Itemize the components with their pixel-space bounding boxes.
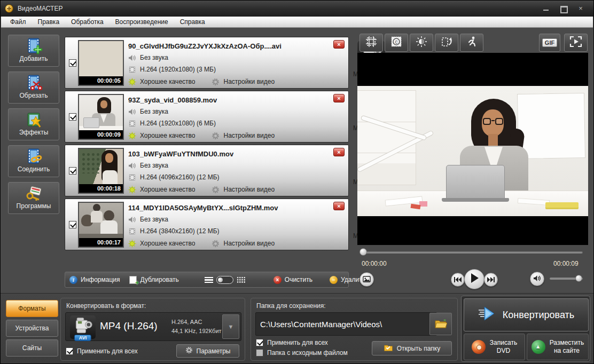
minimize-button[interactable] <box>542 5 551 12</box>
seek-handle[interactable] <box>359 248 367 256</box>
play-icon <box>470 273 479 285</box>
menu-edit[interactable]: Правка <box>32 17 66 27</box>
save-path-input[interactable]: C:\Users\ContentManager\Videos\ <box>255 312 437 336</box>
gif-export-button[interactable]: GIF <box>539 34 560 52</box>
film-icon <box>128 227 136 235</box>
total-time: 00:00:09 <box>553 260 579 267</box>
codec-line2: 44,1 KHz, 192Кбит <box>171 328 222 334</box>
close-button[interactable]: × <box>576 4 585 12</box>
video-settings-link[interactable]: Настройки видео <box>223 78 275 85</box>
next-button[interactable] <box>484 273 498 287</box>
browse-folder-button[interactable] <box>429 313 452 335</box>
crop-button[interactable] <box>359 34 383 52</box>
apply-all-folder-checkbox[interactable]: Применить для всех <box>256 339 328 346</box>
menu-processing[interactable]: Обработка <box>65 17 110 27</box>
file-checkbox[interactable] <box>69 59 76 67</box>
remove-file-button[interactable]: × <box>333 40 345 49</box>
remove-file-button[interactable]: × <box>333 202 345 210</box>
clear-button[interactable]: ×Очистить <box>273 276 312 284</box>
trim-video-label: Обрезать <box>20 92 48 99</box>
file-item[interactable]: 00:00:09 93Z_syda_vid_008859.mov Без зву… <box>65 91 349 143</box>
checkbox-icon <box>66 347 73 355</box>
file-item[interactable]: 00:00:18 103_bWFyaWFuYTNfMDU0.mov Без зв… <box>65 145 349 196</box>
film-plus-icon <box>9 37 59 55</box>
save-panel-label: Папка для сохранения: <box>256 302 326 310</box>
trim-video-button[interactable]: Обрезать <box>8 72 59 104</box>
video-settings-link[interactable]: Настройки видео <box>223 132 275 139</box>
delete-icon: – <box>330 276 338 284</box>
tab-sites[interactable]: Сайты <box>6 339 58 357</box>
play-button[interactable] <box>464 269 484 289</box>
watermark-button[interactable]: c <box>385 34 408 52</box>
file-item[interactable]: 00:00:17 114_MDY1IDA5OSAyMyBtYX...sIGtpZ… <box>65 199 349 250</box>
app-window: ВидеоМАСТЕР × Файл Правка Обработка Восп… <box>0 0 594 364</box>
format-select[interactable]: AVI MP4 (H.264) H.264, AAC44,1 KHz, 192К… <box>65 312 241 341</box>
camcorder-icon: AVI <box>70 315 96 339</box>
list-view-icon <box>205 277 213 283</box>
app-logo-icon <box>5 4 13 13</box>
snapshot-button[interactable] <box>359 272 374 287</box>
video-preview[interactable] <box>357 53 588 245</box>
audio-status: Без звука <box>140 108 168 115</box>
rotate-icon <box>441 36 452 50</box>
video-thumbnail: 00:00:18 <box>78 148 124 194</box>
volume-handle[interactable] <box>575 275 582 282</box>
apply-all-format-checkbox[interactable]: Применить для всех <box>66 347 138 355</box>
effects-button[interactable]: Эффекты <box>8 108 59 140</box>
upload-site-button[interactable]: Разместитьна сайте <box>527 334 589 360</box>
convert-arrow-icon <box>478 306 496 325</box>
tab-formats[interactable]: Форматы <box>6 300 58 317</box>
quality-label[interactable]: Хорошее качество <box>140 132 195 139</box>
quality-label[interactable]: Хорошее качество <box>140 240 195 247</box>
file-checkbox[interactable] <box>69 113 76 121</box>
open-folder-button[interactable]: Открыть папку <box>372 341 452 355</box>
view-toggle[interactable] <box>216 276 233 284</box>
burn-dvd-button[interactable]: ЗаписатьDVD <box>464 334 525 360</box>
add-video-button[interactable]: Добавить <box>8 35 59 67</box>
remove-file-button[interactable]: × <box>333 94 345 102</box>
menu-bar: Файл Правка Обработка Воспроизведение Сп… <box>1 17 593 28</box>
prev-button[interactable] <box>451 273 465 287</box>
quality-label[interactable]: Хорошее качество <box>140 186 195 193</box>
convert-button[interactable]: Конвертировать <box>464 298 589 331</box>
speed-button[interactable] <box>460 34 483 52</box>
app-title: ВидеоМАСТЕР <box>18 5 62 12</box>
info-button[interactable]: iИнформация <box>69 276 120 284</box>
video-settings-link[interactable]: Настройки видео <box>223 186 275 193</box>
view-switcher[interactable] <box>205 276 246 284</box>
menu-file[interactable]: Файл <box>4 17 32 27</box>
menu-help[interactable]: Справка <box>174 17 211 27</box>
remove-file-button[interactable]: × <box>333 148 345 156</box>
info-icon: i <box>69 276 77 284</box>
video-thumbnail: 00:00:17 <box>78 202 124 248</box>
film-scissors-icon <box>9 74 59 92</box>
file-checkbox[interactable] <box>69 221 76 228</box>
brightness-button[interactable] <box>410 34 433 52</box>
fullscreen-play-button[interactable] <box>564 34 588 52</box>
video-settings-link[interactable]: Настройки видео <box>223 240 275 247</box>
codec-line1: H.264, AAC <box>171 319 202 325</box>
programs-button[interactable]: Программы <box>8 182 59 214</box>
rotate-button[interactable] <box>435 34 458 52</box>
duplicate-button[interactable]: Дублировать <box>129 276 178 284</box>
folder-check-icon <box>384 344 393 353</box>
format-dropdown-button[interactable]: ▼ <box>222 314 239 339</box>
maximize-button[interactable] <box>559 5 568 12</box>
seek-bar[interactable] <box>359 251 583 254</box>
film-icon <box>128 173 136 181</box>
duplicate-icon <box>129 276 137 284</box>
quality-label[interactable]: Хорошее качество <box>140 78 195 85</box>
film-icon <box>128 120 136 127</box>
menu-playback[interactable]: Воспроизведение <box>110 17 174 27</box>
duration-badge: 00:00:09 <box>79 130 123 139</box>
source-folder-checkbox[interactable]: Папка с исходным файлом <box>256 349 348 357</box>
parameters-button[interactable]: Параметры <box>176 344 239 358</box>
tab-devices[interactable]: Устройства <box>6 320 58 337</box>
prev-icon <box>454 275 462 284</box>
join-button[interactable]: Соединить <box>8 145 59 177</box>
selected-format: MP4 (H.264) <box>100 320 158 332</box>
quality-sun-icon <box>128 240 136 247</box>
volume-button[interactable] <box>530 272 544 286</box>
file-checkbox[interactable] <box>69 167 76 175</box>
file-item[interactable]: 00:00:05 90_cGlvdHJfbG9uZ2JvYXJkXzAzOA-О… <box>65 37 349 89</box>
